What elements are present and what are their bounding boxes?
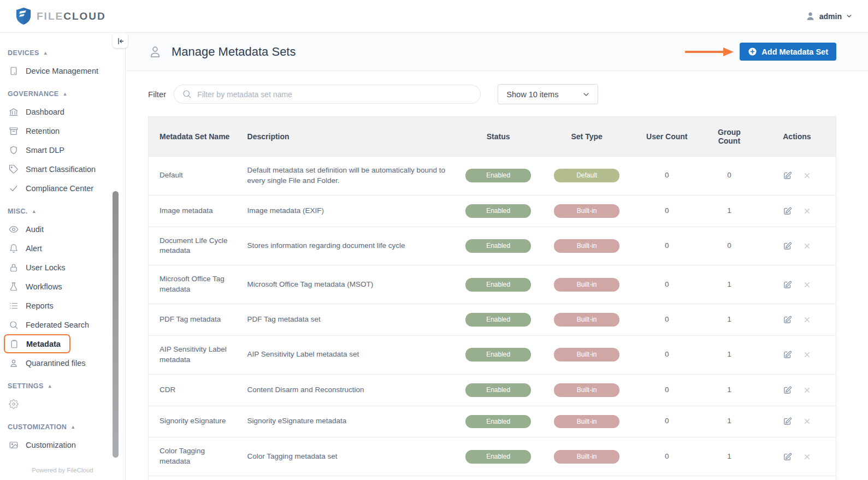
delete-x-icon[interactable] [803, 351, 811, 359]
sidebar-section-settings[interactable]: SETTINGS▲ [0, 378, 125, 394]
table-row: Color Tagging metadataColor Tagging meta… [149, 437, 836, 476]
sidebar-item-alert[interactable]: Alert [0, 239, 125, 258]
collapse-triangle-icon: ▲ [70, 424, 75, 430]
sidebar-item-user-locks[interactable]: User Locks [0, 258, 125, 277]
column-header-metadata-set-name: Metadata Set Name [149, 117, 241, 157]
sidebar-item-label: Reports [26, 301, 54, 310]
filter-input[interactable] [174, 85, 481, 104]
sidebar-item-audit[interactable]: Audit [0, 220, 125, 239]
collapse-sidebar-button[interactable] [113, 34, 128, 48]
status-badge: Enabled [465, 383, 531, 397]
cell-group-count: 1 [700, 476, 758, 480]
collapse-triangle-icon: ▲ [48, 383, 52, 389]
search-icon [182, 89, 192, 99]
sidebar-scrollbar[interactable] [113, 191, 119, 458]
status-badge: Enabled [465, 415, 531, 429]
page-title: Manage Metadata Sets [172, 45, 296, 59]
sidebar-item-label: Workflows [26, 282, 62, 291]
archive-icon [9, 126, 19, 136]
sidebar-item-compliance-center[interactable]: Compliance Center [0, 179, 125, 198]
set-type-badge: Built-in [554, 313, 619, 327]
app-window: FILECLOUD admin DEVICES▲Device Managemen… [0, 0, 868, 480]
edit-icon[interactable] [783, 417, 792, 426]
sidebar-item-label: Quarantined files [26, 359, 86, 368]
edit-icon[interactable] [783, 452, 792, 461]
sidebar-section-devices[interactable]: DEVICES▲ [0, 45, 125, 61]
sidebar-item-settings[interactable]: Settings [0, 394, 125, 413]
column-header-description: Description [241, 117, 457, 157]
sidebar-section-misc[interactable]: MISC.▲ [0, 203, 125, 220]
add-metadata-set-button[interactable]: Add Metadata Set [740, 43, 836, 61]
cell-set-type: Built-in [540, 335, 634, 374]
powered-by-label: Powered by FileCloud [0, 467, 125, 473]
cell-user-count: 0 [634, 304, 700, 336]
cell-set-type: Built-in [540, 406, 634, 437]
delete-x-icon[interactable] [803, 316, 811, 324]
filecloud-shield-icon [15, 7, 32, 26]
delete-x-icon[interactable] [803, 171, 811, 180]
cell-description: Default metadata set definition will be … [241, 157, 457, 195]
edit-icon[interactable] [783, 386, 792, 395]
edit-icon[interactable] [783, 350, 792, 359]
user-icon [9, 358, 19, 368]
sidebar-item-label: Smart DLP [26, 146, 64, 155]
table-row: Image metadataImage metadata (EXIF)Enabl… [149, 195, 836, 227]
sidebar-item-device-management[interactable]: Device Management [0, 61, 125, 80]
cell-actions [758, 227, 836, 265]
cell-group-count: 1 [700, 437, 758, 476]
cell-description: Microsoft Office Tag metadata (MSOT) [241, 265, 457, 304]
cell-status: Enabled [457, 227, 540, 265]
edit-icon[interactable] [783, 315, 792, 324]
cell-set-name: Document Life Cycle metadata [149, 227, 241, 265]
edit-icon[interactable] [783, 171, 792, 180]
sidebar-item-reports[interactable]: Reports [0, 296, 125, 315]
edit-icon[interactable] [783, 280, 792, 289]
cell-description: PDF Tag metadata set [241, 304, 457, 336]
main-content: Manage Metadata Sets Add Metadata Set Fi… [126, 33, 868, 480]
sidebar-section-governance[interactable]: GOVERNANCE▲ [0, 86, 125, 102]
delete-x-icon[interactable] [803, 207, 811, 215]
sidebar-item-quarantined-files[interactable]: Quarantined files [0, 353, 125, 372]
section-label: CUSTOMIZATION [8, 423, 67, 431]
column-header-group-count: Group Count [700, 117, 758, 157]
items-per-page-select[interactable]: Show 10 items [498, 84, 598, 104]
column-header-set-type: Set Type [540, 117, 634, 157]
section-label: DEVICES [8, 49, 39, 57]
sidebar-item-dashboard[interactable]: Dashboard [0, 102, 125, 121]
set-type-badge: Built-in [554, 415, 619, 429]
cell-status: Enabled [457, 265, 540, 304]
delete-x-icon[interactable] [803, 417, 811, 425]
delete-x-icon[interactable] [803, 281, 811, 289]
edit-icon[interactable] [783, 241, 792, 251]
sidebar-section-customization[interactable]: CUSTOMIZATION▲ [0, 419, 125, 435]
cell-set-type: Built-in [540, 227, 634, 265]
cell-description: Signority eSignature metadata [241, 406, 457, 437]
sidebar-item-label: Dashboard [26, 108, 64, 116]
delete-x-icon[interactable] [803, 386, 811, 394]
cell-description: Stores information regarding document li… [241, 227, 457, 265]
person-icon [148, 45, 162, 59]
eye-icon [9, 224, 19, 234]
sidebar-item-retention[interactable]: Retention [0, 121, 125, 140]
sidebar-item-smart-dlp[interactable]: Smart DLP [0, 140, 125, 159]
table-header: Metadata Set NameDescriptionStatusSet Ty… [149, 117, 836, 157]
section-label: GOVERNANCE [8, 90, 59, 98]
delete-x-icon[interactable] [803, 242, 811, 250]
cell-actions [758, 265, 836, 304]
delete-x-icon[interactable] [803, 453, 811, 461]
cell-user-count: 0 [634, 227, 700, 265]
status-badge: Enabled [465, 204, 531, 218]
user-menu[interactable]: admin [805, 11, 853, 21]
plus-circle-icon [748, 47, 757, 56]
cell-set-name: Microsoft Office Tag metadata [149, 265, 241, 304]
sidebar-item-customization[interactable]: Customization [0, 435, 125, 454]
sidebar-item-smart-classification[interactable]: Smart Classification [0, 159, 125, 179]
edit-icon[interactable] [783, 206, 792, 216]
cell-actions [758, 476, 836, 480]
sidebar-item-workflows[interactable]: Workflows [0, 277, 125, 296]
set-type-badge: Built-in [554, 450, 619, 464]
cell-group-count: 1 [700, 195, 758, 227]
sidebar-item-federated-search[interactable]: Federated Search [0, 315, 125, 334]
sidebar-item-metadata[interactable]: Metadata [4, 334, 70, 353]
cell-status: Enabled [457, 304, 540, 336]
